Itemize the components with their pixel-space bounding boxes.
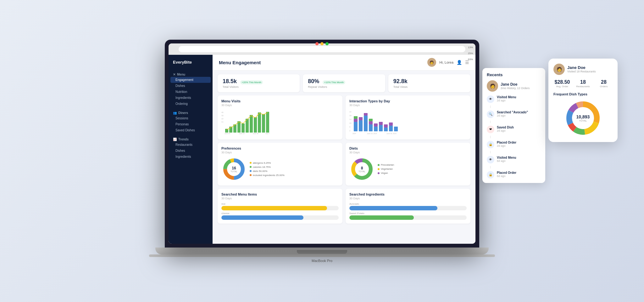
recents-user-sub: 2mo History, 12 Orders [501, 87, 530, 90]
sidebar-item-trend-dishes[interactable]: Dishes [169, 148, 213, 154]
sidebar: EveryBite ✕ Menu Engagement Dishes Nutri… [169, 55, 213, 244]
activity-list: 👁 Visited Menu 2d ago 🔍 Searched "Avocad… [487, 95, 541, 179]
svg-rect-41 [389, 126, 393, 131]
activity-detail-5: Visited Menu 6d ago [497, 156, 516, 162]
sidebar-item-restaurants[interactable]: Restaurants [169, 142, 213, 148]
chart-searched-menu-title: Searched Menu Items [221, 192, 339, 196]
diets-dot [250, 170, 252, 172]
allergens-dot [250, 162, 252, 164]
tablet-card: 🧑 Jane Doe Visited 18 Restaurants $28.50… [548, 59, 618, 142]
scene: EveryBite ✕ Menu Engagement Dishes Nutri… [149, 40, 495, 263]
placed-order-icon-1: 🔒 [487, 141, 494, 148]
activity-saved-dish: ❤ Saved Dish 2d ago [487, 126, 541, 133]
tablet-avatar: 🧑 [553, 64, 565, 75]
search-bar-rice: rice [221, 202, 339, 210]
legend-calories: calories 18.75% [250, 166, 285, 168]
macbook-screen: EveryBite ✕ Menu Engagement Dishes Nutri… [165, 40, 479, 248]
sidebar-item-nutrition[interactable]: Nutrition [169, 89, 213, 95]
search-bar-cheese: cheese [221, 212, 339, 220]
chart-interaction-types: Interaction Types by Day 30 Days 22 18 1… [346, 95, 470, 140]
vegetarian-dot [378, 168, 380, 170]
svg-text:10: 10 [349, 122, 352, 124]
url-bar[interactable] [179, 46, 465, 52]
activity-detail-6: Placed Order 6d ago [497, 171, 516, 178]
svg-rect-14 [266, 112, 269, 133]
chart-menu-visits-subtitle: 30 Days [221, 104, 339, 107]
menu-icon: ✕ [173, 73, 175, 76]
saved-dish-icon: ❤ [487, 126, 494, 133]
svg-text:2024: 2024 [353, 133, 356, 134]
svg-rect-11 [254, 117, 257, 133]
svg-text:2: 2 [349, 130, 351, 132]
user-icon[interactable]: 👤 [457, 60, 462, 65]
sidebar-item-sessions[interactable]: Sessions [169, 115, 213, 121]
sidebar-menu-section: ✕ Menu Engagement Dishes Nutrition Ingre… [169, 70, 213, 108]
svg-rect-32 [369, 124, 373, 131]
sidebar-trends-section: 📈 Trends Restaurants Dishes Ingredients [169, 134, 213, 161]
svg-rect-38 [379, 122, 383, 125]
sidebar-item-dishes[interactable]: Dishes [169, 83, 213, 89]
svg-text:June 23, 2024: June 23, 2024 [367, 133, 377, 134]
svg-text:33: 33 [221, 115, 224, 117]
chart-interaction-subtitle: 30 Days [349, 104, 467, 107]
fullscreen-dot[interactable] [325, 42, 329, 45]
activity-visited-menu-1: 👁 Visited Menu 2d ago [487, 95, 541, 103]
legend-diets: diets 50.00% [250, 170, 285, 173]
sidebar-logo: EveryBite [169, 60, 213, 70]
calories-dot [250, 166, 252, 168]
svg-text:45: 45 [221, 111, 224, 113]
close-dot[interactable] [315, 42, 319, 45]
svg-rect-12 [258, 112, 261, 133]
vegan-dot [378, 172, 380, 174]
header-avatar: 🧑 [427, 58, 436, 67]
sidebar-item-engagement[interactable]: Engagement [170, 77, 211, 83]
activity-detail-4: Placed Order 2d ago [497, 141, 516, 147]
stat-label-visitors: Total Visitors [223, 85, 295, 88]
sidebar-diners-group: 👥 Diners [169, 109, 213, 115]
diets-donut-container: 8 TOTAL Pescatarian [349, 157, 467, 182]
svg-rect-26 [354, 119, 358, 122]
svg-rect-43 [394, 127, 398, 131]
sidebar-item-saved-dishes[interactable]: Saved Dishes [169, 127, 213, 133]
legend-vegan: Vegan [378, 172, 394, 174]
sidebar-item-trend-ingredients[interactable]: Ingredients [169, 154, 213, 160]
searched-ing-bars: Avocado Sweet Potato [349, 202, 467, 220]
charts-grid-3: Searched Menu Items 30 Days rice [218, 189, 470, 224]
recents-title: Recents [487, 72, 541, 77]
tablet-user-name: Jane Doe [567, 65, 596, 70]
sidebar-item-personas[interactable]: Personas [169, 121, 213, 127]
tablet-user-info: Jane Doe Visited 18 Restaurants [567, 65, 596, 73]
chart-pref-title: Preferences [221, 146, 339, 150]
rice-fill [221, 206, 327, 210]
search-bar-sweetpotato: Sweet Potato [349, 212, 467, 220]
chart-searched-menu-subtitle: 30 Days [221, 197, 339, 200]
legend-included: included ingredients 25.00% [250, 174, 285, 177]
activity-line-2 [490, 121, 491, 123]
minimize-dot[interactable] [320, 42, 324, 45]
svg-text:6: 6 [349, 126, 351, 128]
sidebar-item-ingredients[interactable]: Ingredients [169, 95, 213, 101]
svg-rect-39 [384, 128, 388, 131]
chart-searched-ing-subtitle: 30 Days [349, 197, 467, 200]
stat-value-repeat: 80% +10% This Month [308, 78, 380, 85]
svg-rect-37 [379, 125, 383, 131]
sweetpotato-track [349, 215, 467, 220]
stat-value-visitors: 18.5k +20% This Month [223, 78, 295, 85]
interaction-svg: 22 18 14 10 6 2 [349, 109, 467, 134]
avocado-track [349, 206, 467, 210]
svg-text:18: 18 [349, 115, 352, 117]
activity-placed-order-2: 🔒 Placed Order 6d ago [487, 171, 541, 179]
tablet-stat-avgorder: $28.50 Avg. Order [553, 79, 571, 88]
avocado-fill [349, 206, 437, 210]
legend-pescatarian: Pescatarian [378, 163, 394, 166]
svg-rect-36 [374, 123, 378, 127]
svg-rect-13 [262, 114, 265, 133]
activity-detail-2: Searched "Avocado" 2d ago [497, 111, 528, 117]
sidebar-item-ordering[interactable]: Ordering [169, 101, 213, 107]
tablet-donut-center: 10,893 TOTAL [576, 114, 590, 122]
pescatarian-dot [378, 164, 380, 166]
included-dot [250, 174, 252, 176]
svg-text:June 30, 2024: June 30, 2024 [386, 133, 397, 134]
stat-card-visitors: 18.5k +20% This Month Total Visitors [218, 74, 300, 92]
stat-card-views: 92.8k Total Views [388, 74, 470, 92]
